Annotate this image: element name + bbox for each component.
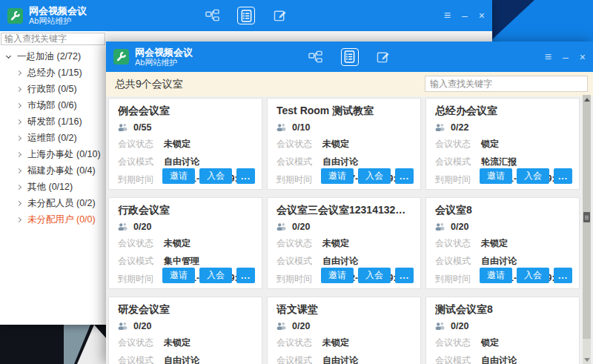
tree-node[interactable]: 未分配用户 (0/0) bbox=[0, 212, 106, 228]
join-button[interactable]: 入会 bbox=[199, 268, 232, 283]
expire-label: 到期时间 bbox=[435, 273, 472, 285]
wrench-icon bbox=[113, 49, 129, 64]
status-value: 未锁定 bbox=[164, 337, 191, 349]
meeting-room-grid: 例会会议室 0/55 会议状态 未锁定 会议模式 自由讨论 到期时间 2028-… bbox=[106, 96, 593, 364]
tree-node[interactable]: 总经办 (1/15) bbox=[0, 65, 106, 82]
scrollbar-thumb[interactable] bbox=[583, 212, 590, 222]
tree-node[interactable]: 研发部 (1/16) bbox=[0, 114, 106, 130]
people-icon bbox=[118, 320, 128, 333]
invite-button[interactable]: 邀请 bbox=[480, 268, 512, 283]
meeting-room-card: 总经办会议室 0/22 会议状态 锁定 会议模式 轮流汇报 到期时间 2022-… bbox=[425, 98, 580, 190]
minimize-icon[interactable]: – bbox=[563, 52, 569, 62]
menu-icon[interactable]: ≡ bbox=[545, 52, 551, 62]
background-toolbar bbox=[203, 7, 289, 24]
more-button[interactable]: ... bbox=[236, 268, 255, 283]
room-capacity: 0/20 bbox=[292, 321, 310, 331]
edit-icon[interactable] bbox=[375, 48, 393, 66]
invite-button[interactable]: 邀请 bbox=[162, 268, 195, 283]
room-search-input[interactable] bbox=[425, 76, 588, 92]
tree-search-input[interactable] bbox=[1, 33, 105, 45]
tree-node[interactable]: 行政部 (0/5) bbox=[0, 82, 106, 98]
status-value: 未锁定 bbox=[164, 138, 191, 150]
status-label: 会议状态 bbox=[435, 337, 472, 349]
join-button[interactable]: 入会 bbox=[517, 268, 549, 283]
meeting-room-card: 语文课堂 0/20 会议状态 未锁定 会议模式 自由讨论 到期时间 2022-0… bbox=[267, 297, 421, 364]
people-icon bbox=[435, 121, 445, 134]
status-label: 会议状态 bbox=[276, 337, 314, 349]
org-tree: 一起加油 (2/72) 总经办 (1/15) 行政部 (0/5) 市场部 (0/… bbox=[0, 49, 106, 228]
tree-node[interactable]: 一起加油 (2/72) bbox=[0, 49, 106, 65]
tree-node[interactable]: 运维部 (0/2) bbox=[0, 130, 106, 147]
room-count-summary: 总共9个会议室 bbox=[115, 78, 183, 91]
scroll-down-icon[interactable] bbox=[583, 355, 591, 364]
chevron-icon bbox=[16, 201, 21, 206]
app-subtitle: Ab网站维护 bbox=[29, 16, 87, 26]
meeting-room-card: 行政会议室 0/20 会议状态 未锁定 会议模式 集中管理 到期时间 2023-… bbox=[108, 197, 262, 289]
status-label: 会议状态 bbox=[276, 138, 314, 150]
more-button[interactable]: ... bbox=[554, 268, 572, 283]
menu-icon[interactable]: ≡ bbox=[444, 10, 451, 21]
vertical-scrollbar[interactable] bbox=[583, 95, 591, 364]
people-icon bbox=[118, 220, 128, 234]
status-value: 未锁定 bbox=[322, 237, 349, 250]
join-button[interactable]: 入会 bbox=[199, 168, 232, 184]
tree-node[interactable]: 福建办事处 (0/4) bbox=[0, 163, 106, 179]
invite-button[interactable]: 邀请 bbox=[321, 168, 354, 184]
close-icon[interactable]: × bbox=[580, 52, 586, 62]
mode-label: 会议模式 bbox=[435, 354, 472, 364]
room-capacity: 0/20 bbox=[133, 321, 151, 331]
close-icon[interactable]: × bbox=[479, 10, 485, 21]
tree-node[interactable]: 其他 (0/12) bbox=[0, 179, 106, 196]
people-icon bbox=[435, 220, 445, 234]
status-value: 未锁定 bbox=[164, 237, 191, 250]
expire-label: 到期时间 bbox=[118, 173, 155, 186]
more-button[interactable]: ... bbox=[395, 268, 414, 283]
invite-button[interactable]: 邀请 bbox=[321, 268, 354, 283]
meeting-list-icon[interactable] bbox=[341, 48, 359, 66]
tree-node-label: 市场部 (0/6) bbox=[27, 99, 77, 112]
mode-label: 会议模式 bbox=[118, 354, 155, 364]
mode-value: 轮流汇报 bbox=[481, 156, 517, 168]
more-button[interactable]: ... bbox=[395, 168, 414, 184]
room-name: 会议室三会议室123141324141三会议室 bbox=[276, 204, 411, 217]
status-label: 会议状态 bbox=[118, 237, 155, 250]
join-button[interactable]: 入会 bbox=[358, 168, 391, 184]
invite-button[interactable]: 邀请 bbox=[480, 168, 512, 184]
mode-value: 集中管理 bbox=[164, 255, 199, 268]
room-name: Test Room 测试教室 bbox=[276, 105, 411, 118]
scroll-up-icon[interactable] bbox=[583, 95, 591, 104]
more-button[interactable]: ... bbox=[554, 168, 572, 184]
tree-node[interactable]: 未分配人员 (0/2) bbox=[0, 196, 106, 212]
chevron-icon bbox=[16, 185, 21, 190]
more-button[interactable]: ... bbox=[236, 168, 255, 184]
invite-button[interactable]: 邀请 bbox=[162, 168, 195, 184]
summary-bar: 总共9个会议室 bbox=[106, 72, 593, 96]
meeting-list-icon[interactable] bbox=[237, 7, 255, 24]
app-subtitle: Ab网站维护 bbox=[135, 58, 193, 67]
status-value: 未锁定 bbox=[322, 337, 349, 349]
chevron-icon bbox=[16, 103, 21, 108]
minimize-icon[interactable]: – bbox=[462, 10, 468, 21]
people-icon bbox=[118, 121, 128, 134]
room-name: 例会会议室 bbox=[118, 105, 253, 118]
mode-value: 自由讨论 bbox=[322, 255, 358, 268]
tree-node[interactable]: 市场部 (0/6) bbox=[0, 98, 106, 114]
join-button[interactable]: 入会 bbox=[358, 268, 391, 283]
mode-value: 自由讨论 bbox=[481, 255, 517, 268]
chevron-icon bbox=[16, 87, 21, 92]
status-label: 会议状态 bbox=[118, 337, 155, 349]
mode-label: 会议模式 bbox=[276, 156, 314, 168]
people-icon bbox=[435, 320, 445, 333]
people-icon bbox=[276, 220, 287, 234]
org-chart-icon[interactable] bbox=[307, 48, 325, 66]
tree-node-label: 一起加油 (2/72) bbox=[17, 50, 81, 63]
org-chart-icon[interactable] bbox=[203, 7, 221, 24]
foreground-toolbar bbox=[307, 48, 393, 66]
tree-node[interactable]: 上海办事处 (0/10) bbox=[0, 147, 106, 163]
join-button[interactable]: 入会 bbox=[517, 168, 549, 184]
edit-icon[interactable] bbox=[271, 7, 289, 24]
room-capacity: 0/20 bbox=[451, 222, 468, 232]
mode-label: 会议模式 bbox=[276, 255, 314, 268]
tree-node-label: 福建办事处 (0/4) bbox=[27, 165, 96, 177]
chevron-icon bbox=[16, 136, 21, 141]
